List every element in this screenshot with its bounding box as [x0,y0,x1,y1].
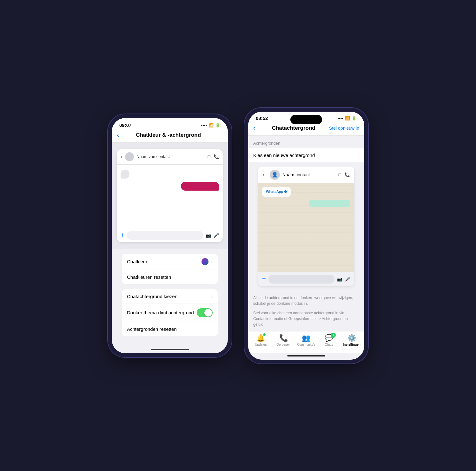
choose-background-row[interactable]: Kies een nieuwe achtergrond › [248,148,364,163]
phone-2: 08:52 ▪▪▪▪ 📶 🔋 ‹ Chatachtergrond Stel op… [244,108,368,363]
backgrounds-section-label: Achtergronden [248,136,364,148]
chat-back-icon: ‹ [121,153,122,160]
updates-green-dot [263,333,266,336]
contact-avatar-small [125,152,134,161]
camera-icon: 📷 [206,233,211,238]
page-title-2: Chatachtergrond [258,125,329,131]
plus-icon-2: + [262,275,266,283]
chatkleur-item[interactable]: Chatkleur › [122,254,218,270]
tab-instellingen-label: Instellingen [343,343,360,346]
received-message [121,170,129,179]
video-icon: □ [208,154,210,159]
sent-message [181,182,219,191]
achtergronden-resetten-label: Achtergronden resetten [127,326,213,332]
contact-name-small: Naam van contact [136,154,205,159]
chevron-right-icon-2: › [211,294,213,299]
home-indicator-1 [112,346,228,353]
tab-chats-icon: 💬 1 [325,334,333,342]
chatkleuren-resetten-label: Chatkleuren resetten [127,274,213,280]
chat-preview-container-2: ‹ 👤 Naam contact □ 📞 WhatsApp [248,163,364,291]
status-icons-2: ▪▪▪▪ 📶 🔋 [338,116,357,121]
chat-footer-2: + 📷 🎤 [258,272,354,286]
tab-oproepen-label: Oproepen [276,343,290,346]
wifi-icon-2: 📶 [345,116,350,121]
home-bar [151,349,189,350]
whatsapp-message: WhatsApp [262,187,291,197]
communities-icon-glyph: 👥 [302,334,310,342]
time-display-2: 08:52 [256,115,268,121]
back-button-1[interactable]: ‹ [117,131,119,139]
signal-icon: ▪▪▪▪ [201,123,207,128]
dynamic-island [290,115,322,124]
chat-preview-footer-1: + 📷 🎤 [117,228,223,242]
chevron-right-icon: › [211,259,213,264]
contact-name-2: Naam contact [282,172,336,177]
chatkleur-value: › [202,258,213,265]
page-title-1: Chatkleur & -achtergrond [122,132,215,138]
chatkleur-label: Chatkleur [127,259,202,264]
tab-instellingen[interactable]: ⚙️ Instellingen [340,334,363,346]
achtergrond-kiezen-label: Chatachtergrond kiezen [127,294,211,299]
toggle-switch[interactable] [197,308,213,317]
tab-chats[interactable]: 💬 1 Chats [318,334,340,346]
oproepen-icon-glyph: 📞 [279,334,288,342]
wifi-icon: 📶 [208,123,214,128]
time-display-1: 09:07 [119,122,131,128]
chat-preview-header-1: ‹ Naam van contact □ 📞 [117,149,223,165]
achtergrond-kiezen-item[interactable]: Chatachtergrond kiezen › [122,289,218,304]
home-indicator-2 [248,353,364,360]
sent-message-2 [309,200,350,207]
chat-back-icon-2: ‹ [263,171,265,178]
mic-icon: 🎤 [214,233,219,238]
back-button-2[interactable]: ‹ [253,124,255,132]
chat-preview-2: ‹ 👤 Naam contact □ 📞 WhatsApp [258,167,354,286]
tab-communities-icon: 👥 [302,334,310,342]
signal-icon-2: ▪▪▪▪ [338,116,343,121]
plus-icon: + [121,232,124,239]
home-bar-2 [287,355,325,357]
info-text-1: Als je de achtergrond in de donkere weer… [248,291,364,310]
status-icons-1: ▪▪▪▪ 📶 🔋 [201,123,220,128]
tab-chats-label: Chats [325,343,333,346]
color-dot-icon [202,258,208,265]
tab-bar: 🔔 Updates 📞 Oproepen 👥 Community's � [248,331,364,353]
tab-communities[interactable]: 👥 Community's [295,334,318,346]
tab-updates-icon: 🔔 [256,334,265,342]
chatkleuren-resetten-item[interactable]: Chatkleuren resetten [122,270,218,284]
chat-body-2: WhatsApp [258,183,354,272]
tab-instellingen-icon: ⚙️ [347,334,356,342]
phone-1: 09:07 ▪▪▪▪ 📶 🔋 ‹ Chatkleur & -achtergron… [108,114,232,357]
sender-name: WhatsApp [266,190,283,193]
battery-icon: 🔋 [215,123,220,128]
donker-thema-label: Donker thema dimt achtergrond [127,310,197,315]
info-text-2: Stel voor elke chat een aangepaste achte… [248,310,364,331]
message-input-preview [127,231,203,240]
chats-badge: 1 [331,333,336,338]
avatar-circle-2: 👤 [270,170,280,180]
reset-action-button[interactable]: Stel opnieuw in [329,126,359,131]
settings-section-1: Chatkleur › Chatkleuren resetten [117,254,223,289]
phone-icon-2: 📞 [344,172,350,177]
settings-section-2: Chatachtergrond kiezen › Donker thema di… [117,289,223,341]
phone-icon: 📞 [214,154,219,159]
tab-oproepen-icon: 📞 [279,334,288,342]
tab-updates[interactable]: 🔔 Updates [249,334,272,346]
phone2-content: Achtergronden Kies een nieuwe achtergron… [248,136,364,331]
chat-header-icons-2: □ 📞 [339,172,350,177]
donker-thema-item[interactable]: Donker thema dimt achtergrond [122,304,218,322]
tab-oproepen[interactable]: 📞 Oproepen [272,334,295,346]
blue-dot-icon [284,190,287,193]
message-input-2 [268,275,334,284]
tab-communities-label: Community's [297,343,315,346]
settings-icon-glyph: ⚙️ [347,334,356,342]
status-bar-1: 09:07 ▪▪▪▪ 📶 🔋 [112,118,228,128]
status-bar-2: 08:52 ▪▪▪▪ 📶 🔋 [248,112,364,121]
battery-icon-2: 🔋 [352,116,357,121]
camera-icon-2: 📷 [337,277,342,282]
mic-icon-2: 🎤 [345,277,350,282]
chat-preview-body-1 [117,165,223,228]
footer-action-icons: 📷 🎤 [206,233,219,238]
achtergronden-resetten-item[interactable]: Achtergronden resetten [122,322,218,336]
chevron-right-icon-3: › [358,153,359,158]
choose-background-label: Kies een nieuwe achtergrond [253,153,358,158]
